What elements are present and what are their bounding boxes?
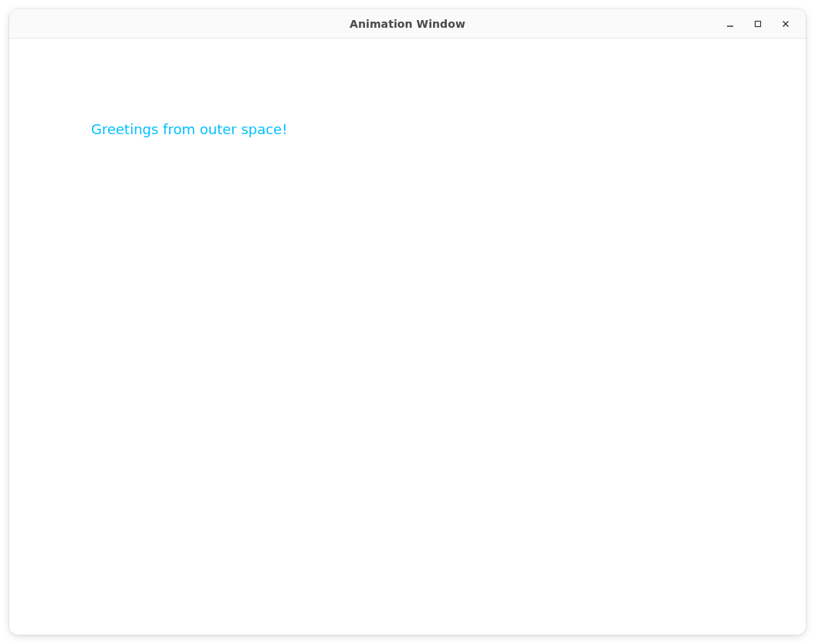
- close-button[interactable]: [772, 10, 800, 38]
- window-title: Animation Window: [350, 18, 465, 30]
- minimize-button[interactable]: [716, 10, 744, 38]
- window-controls: [716, 9, 800, 38]
- titlebar[interactable]: Animation Window: [9, 9, 806, 39]
- close-icon: [781, 19, 790, 29]
- canvas-area: Greetings from outer space!: [9, 39, 806, 635]
- svg-rect-1: [756, 21, 761, 26]
- minimize-icon: [725, 19, 735, 29]
- animated-text: Greetings from outer space!: [91, 121, 287, 137]
- application-window: Animation Window: [9, 9, 806, 635]
- maximize-button[interactable]: [744, 10, 772, 38]
- maximize-icon: [753, 19, 763, 29]
